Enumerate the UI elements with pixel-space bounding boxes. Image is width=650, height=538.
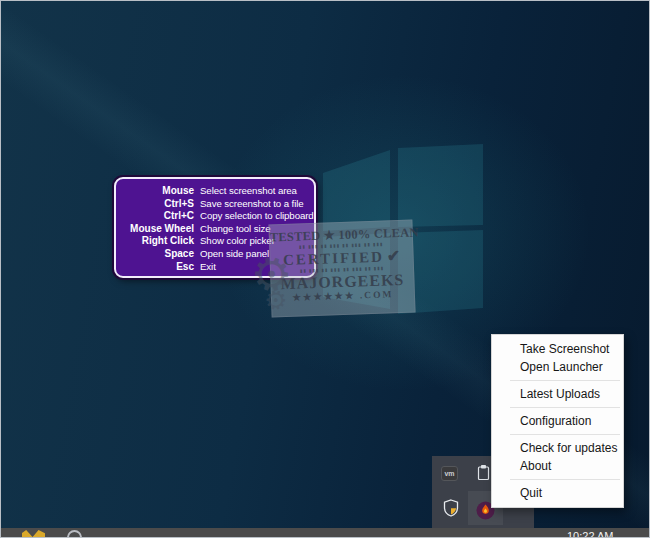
menu-separator: [510, 434, 620, 435]
desktop-screen: Mouse Select screenshot area Ctrl+S Save…: [0, 0, 650, 538]
checkmark-icon: ✔: [386, 247, 400, 264]
clipboard-tray-icon[interactable]: [477, 464, 490, 481]
help-row: Ctrl+S Save screenshot to a file: [118, 198, 310, 211]
menu-separator: [510, 479, 620, 480]
taskbar: 10:22 AM: [1, 528, 650, 538]
menu-item-take-screenshot[interactable]: Take Screenshot: [492, 340, 623, 358]
menu-item-configuration[interactable]: Configuration: [492, 412, 623, 430]
help-row: Ctrl+C Copy selection to clipboard: [118, 210, 310, 223]
shortcut-action: Change tool size: [200, 223, 271, 236]
shortcut-action: Exit: [200, 261, 216, 274]
menu-separator: [510, 407, 620, 408]
search-icon[interactable]: [67, 530, 82, 538]
shortcut-key: Space: [118, 248, 194, 261]
menu-item-open-launcher[interactable]: Open Launcher: [492, 358, 623, 376]
shortcut-action: Copy selection to clipboard: [200, 210, 314, 223]
shortcut-action: Select screenshot area: [200, 185, 297, 198]
shortcut-action: Show color picker: [200, 235, 275, 248]
start-button-icon[interactable]: [22, 530, 45, 538]
vmware-icon-label: vm: [444, 470, 454, 477]
shortcut-key: Right Click: [118, 235, 194, 248]
menu-item-about[interactable]: About: [492, 457, 623, 475]
shortcut-key: Ctrl+C: [118, 210, 194, 223]
help-row: Mouse Select screenshot area: [118, 185, 310, 198]
majorgeeks-watermark: TESTED ★ 100% CLEAN ▮▮ ▮▮▮ ▮▮ ▮▮▮ ▮▮ ▮▮▮…: [268, 220, 415, 318]
shortcut-key: Mouse Wheel: [118, 223, 194, 236]
taskbar-clock[interactable]: 10:22 AM: [567, 530, 613, 538]
menu-separator: [510, 380, 620, 381]
tray-context-menu: Take Screenshot Open Launcher Latest Upl…: [491, 334, 624, 508]
menu-item-latest-uploads[interactable]: Latest Uploads: [492, 385, 623, 403]
menu-item-check-for-updates[interactable]: Check for updates: [492, 439, 623, 457]
vmware-tray-icon[interactable]: vm: [441, 466, 458, 481]
menu-item-quit[interactable]: Quit: [492, 484, 623, 502]
shortcut-action: Save screenshot to a file: [200, 198, 304, 211]
shortcut-key: Esc: [118, 261, 194, 274]
shortcut-key: Ctrl+S: [118, 198, 194, 211]
shortcut-key: Mouse: [118, 185, 194, 198]
windows-security-shield-icon[interactable]: [443, 499, 459, 517]
